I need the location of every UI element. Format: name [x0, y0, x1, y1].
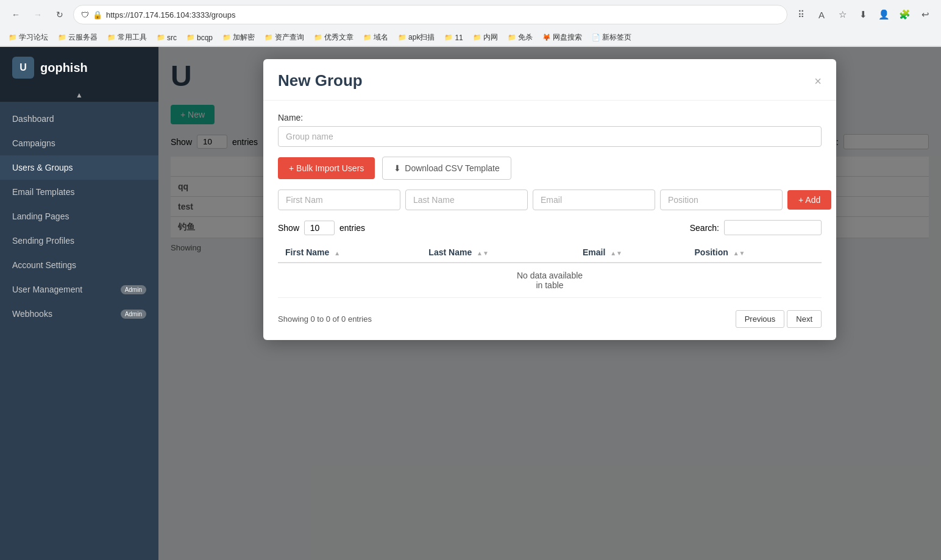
inner-entries-label: entries — [339, 223, 365, 233]
bookmark-neiwang[interactable]: 📁 内网 — [469, 31, 502, 44]
history-forward-button[interactable]: ↩ — [917, 6, 934, 23]
group-name-input[interactable] — [278, 126, 822, 147]
sidebar-item-user-management[interactable]: User Management Admin — [0, 277, 158, 302]
bookmark-label: 优秀文章 — [324, 32, 353, 43]
back-button[interactable]: ← — [7, 6, 24, 23]
previous-button[interactable]: Previous — [736, 310, 785, 328]
inner-data-table: First Name ▲ Last Name ▲▼ Email ▲▼ — [278, 243, 822, 298]
sidebar-scroll-up[interactable]: ▲ — [0, 88, 158, 102]
inner-search-input[interactable] — [724, 220, 822, 235]
sidebar-item-dashboard[interactable]: Dashboard — [0, 107, 158, 131]
bookmark-youxiu[interactable]: 📁 优秀文章 — [310, 31, 357, 44]
download-button[interactable]: ⬇ — [854, 6, 872, 23]
sidebar-item-sending-profiles[interactable]: Sending Profiles — [0, 229, 158, 253]
modal-close-button[interactable]: × — [814, 75, 822, 87]
folder-icon: 📁 — [265, 34, 273, 41]
folder-icon: 📁 — [157, 34, 165, 41]
folder-icon: 📁 — [363, 34, 372, 41]
bookmark-label: 加解密 — [233, 32, 255, 43]
bookmark-xintab[interactable]: 📄 新标签页 — [588, 31, 635, 44]
bookmark-apk[interactable]: 📁 apk扫描 — [394, 31, 438, 44]
last-name-input[interactable] — [405, 190, 528, 210]
bookmark-star-button[interactable]: ☆ — [834, 6, 851, 23]
url-text: https://107.174.156.104:3333/groups — [106, 10, 236, 19]
modal-overlay[interactable]: New Group × Name: + Bulk Import Users ⬇ … — [158, 47, 941, 560]
bookmark-bcqp[interactable]: 📁 bcqp — [183, 32, 216, 43]
bookmark-wangpan[interactable]: 🦊 网盘搜索 — [539, 31, 586, 44]
bookmark-label: 学习论坛 — [19, 32, 48, 43]
modal-body: Name: + Bulk Import Users ⬇ Download CSV… — [263, 101, 836, 340]
bookmark-miansha[interactable]: 📁 免杀 — [504, 31, 536, 44]
user-management-badge: Admin — [121, 285, 146, 294]
profile-button[interactable]: 👤 — [875, 6, 892, 23]
inner-show-label: Show — [278, 223, 299, 233]
folder-icon: 📁 — [9, 34, 17, 41]
sidebar-item-landing-pages[interactable]: Landing Pages — [0, 204, 158, 229]
pagination-buttons: Previous Next — [736, 310, 822, 328]
bookmark-src[interactable]: 📁 src — [153, 32, 180, 43]
bookmark-yuming[interactable]: 📁 域名 — [360, 31, 392, 44]
name-form-group: Name: — [278, 113, 822, 147]
first-name-input[interactable] — [278, 190, 400, 210]
bookmark-yunfuwuqi[interactable]: 📁 云服务器 — [54, 31, 101, 44]
bookmark-xuexi[interactable]: 📁 学习论坛 — [5, 31, 52, 44]
bookmark-11[interactable]: 📁 11 — [441, 32, 466, 43]
bookmark-label: 域名 — [374, 32, 388, 43]
sidebar-item-users-groups[interactable]: Users & Groups — [0, 155, 158, 180]
next-button[interactable]: Next — [787, 310, 822, 328]
add-user-button[interactable]: + Add — [787, 190, 831, 210]
download-icon: ⬇ — [394, 163, 401, 173]
bookmark-label: 资产查询 — [275, 32, 304, 43]
folder-icon: 📁 — [186, 34, 195, 41]
name-label: Name: — [278, 113, 822, 122]
logo-text: gophish — [40, 61, 88, 75]
no-data-cell: No data available in table — [278, 263, 822, 298]
position-col-header[interactable]: Position ▲▼ — [687, 243, 822, 263]
browser-actions: ⠿ A ☆ ⬇ 👤 🧩 ↩ — [792, 6, 934, 23]
folder-icon: 📁 — [222, 34, 231, 41]
inner-search: Search: — [690, 220, 822, 235]
sidebar-item-account-settings[interactable]: Account Settings — [0, 253, 158, 277]
folder-icon: 📁 — [444, 34, 453, 41]
main-content: U + New Show entries Search: Name — [158, 47, 941, 560]
folder-icon: 📁 — [58, 34, 66, 41]
translate-button[interactable]: A — [813, 6, 830, 23]
download-csv-button[interactable]: ⬇ Download CSV Template — [382, 157, 511, 180]
inner-show-entries: Show entries — [278, 221, 365, 235]
bookmark-jiemi[interactable]: 📁 加解密 — [219, 31, 258, 44]
email-input[interactable] — [533, 190, 655, 210]
address-bar[interactable]: 🛡 🔒 https://107.174.156.104:3333/groups — [73, 5, 787, 24]
first-name-col-header[interactable]: First Name ▲ — [278, 243, 421, 263]
bookmark-label: 云服务器 — [68, 32, 98, 43]
inner-entries-input[interactable] — [304, 221, 335, 235]
app-container: U gophish ▲ Dashboard Campaigns Users & … — [0, 47, 941, 560]
bulk-import-button[interactable]: + Bulk Import Users — [278, 157, 375, 179]
forward-button[interactable]: → — [29, 6, 46, 23]
security-icon: 🛡 — [81, 10, 89, 19]
lock-icon: 🔒 — [93, 10, 102, 19]
bookmark-zichan[interactable]: 📁 资产查询 — [261, 31, 308, 44]
sort-arrow-position: ▲▼ — [733, 250, 745, 257]
folder-icon: 🦊 — [542, 34, 551, 41]
new-group-modal: New Group × Name: + Bulk Import Users ⬇ … — [263, 59, 836, 340]
last-name-col-header[interactable]: Last Name ▲▼ — [421, 243, 575, 263]
bookmark-changyong[interactable]: 📁 常用工具 — [104, 31, 151, 44]
sidebar-item-email-templates[interactable]: Email Templates — [0, 180, 158, 204]
position-input[interactable] — [660, 190, 783, 210]
webhooks-badge: Admin — [121, 310, 146, 319]
sidebar: U gophish ▲ Dashboard Campaigns Users & … — [0, 47, 158, 560]
sidebar-item-campaigns[interactable]: Campaigns — [0, 131, 158, 155]
bookmark-label: bcqp — [197, 34, 213, 42]
logo-icon: U — [12, 57, 34, 79]
folder-icon: 📁 — [473, 34, 481, 41]
sidebar-item-webhooks[interactable]: Webhooks Admin — [0, 302, 158, 326]
reload-button[interactable]: ↻ — [51, 6, 68, 23]
qr-button[interactable]: ⠿ — [792, 6, 809, 23]
bookmark-label: 网盘搜索 — [553, 32, 582, 43]
sidebar-logo: U gophish — [0, 47, 158, 88]
modal-footer-row: Showing 0 to 0 of 0 entries Previous Nex… — [278, 305, 822, 328]
extension-button[interactable]: 🧩 — [896, 6, 913, 23]
inner-search-label: Search: — [690, 223, 719, 233]
sort-arrow-last-name: ▲▼ — [477, 250, 489, 257]
email-col-header[interactable]: Email ▲▼ — [575, 243, 687, 263]
